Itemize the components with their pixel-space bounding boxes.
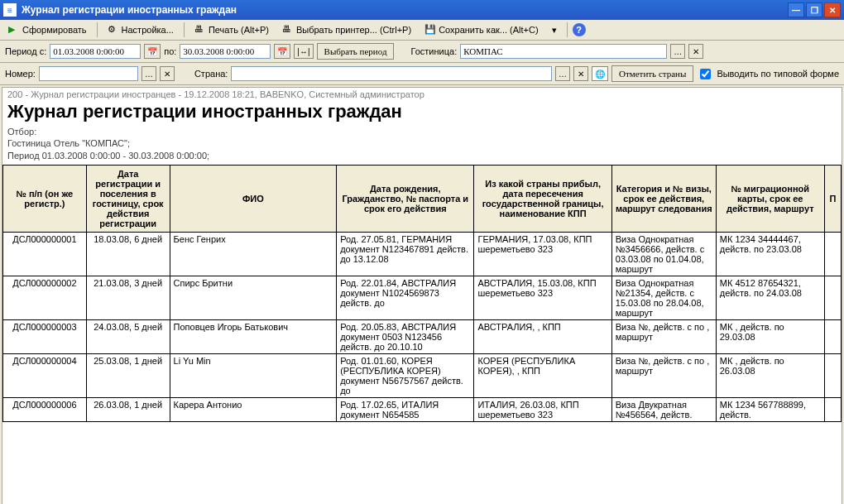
period-to-input[interactable] <box>180 44 271 59</box>
select-period-button[interactable]: Выбрать период <box>317 43 395 60</box>
cell: Род. 17.02.65, ИТАЛИЯ документ N654585 <box>337 397 474 421</box>
output-typical-checkbox[interactable] <box>700 69 711 79</box>
cell: Род. 20.05.83, АВСТРАЛИЯ документ 0503 N… <box>337 319 474 353</box>
calendar-to-button[interactable]: 📅 <box>274 44 290 59</box>
save-as-label: Сохранить как... (Alt+C) <box>439 25 538 35</box>
mark-countries-button[interactable]: Отметить страны <box>611 65 693 82</box>
col-regdate: Дата регистрации и поселения в гостиницу… <box>86 165 170 232</box>
cell: ДСЛ000000001 <box>3 232 87 276</box>
table-row[interactable]: ДСЛ00000000118.03.08, 6 днейБенс ГенрихР… <box>3 232 842 276</box>
print-label: Печать (Alt+P) <box>209 25 269 35</box>
table-row[interactable]: ДСЛ00000000221.03.08, 3 днейСпирс Бритни… <box>3 276 842 319</box>
table-row[interactable]: ДСЛ00000000425.03.08, 1 днейLi Yu MinРод… <box>3 353 842 397</box>
globe-button[interactable]: 🌐 <box>592 66 608 81</box>
generate-button[interactable]: ▶ Сформировать <box>3 22 92 38</box>
cell: ИТАЛИЯ, 26.03.08, КПП шереметьево 323 <box>474 397 611 421</box>
cell: 26.03.08, 1 дней <box>86 397 170 421</box>
number-label: Номер: <box>5 69 36 79</box>
cell: МК 1234 34444467, действ. по 23.03.08 <box>716 232 824 276</box>
cell: Спирс Бритни <box>170 276 337 319</box>
settings-button[interactable]: ⚙ Настройка... <box>103 22 179 38</box>
period-range-button[interactable]: |↔| <box>294 44 313 59</box>
cell <box>824 276 841 319</box>
play-icon: ▶ <box>8 24 20 36</box>
number-clear-button[interactable]: ✕ <box>160 66 175 81</box>
title-bar: ≡ Журнал регистрации иностранных граждан… <box>0 0 844 20</box>
number-input[interactable] <box>39 66 138 81</box>
cell <box>824 319 841 353</box>
save-as-button[interactable]: 💾 Сохранить как... (Alt+C) <box>420 22 543 38</box>
table-row[interactable]: ДСЛ00000000324.03.08, 5 днейПоповцев Иго… <box>3 319 842 353</box>
col-number: № п/п (он же регистр.) <box>3 165 87 232</box>
cell: ДСЛ000000002 <box>3 276 87 319</box>
cell: Бенс Генрих <box>170 232 337 276</box>
cell <box>824 397 841 421</box>
cell: Виза №, действ. с по , маршрут <box>611 353 716 397</box>
hotel-input[interactable] <box>460 44 667 59</box>
separator <box>184 22 185 37</box>
select-printer-label: Выбрать принтер... (Ctrl+P) <box>296 25 411 35</box>
cell: 18.03.08, 6 дней <box>86 232 170 276</box>
cell: МК , действ. по 29.03.08 <box>716 319 824 353</box>
cell: Род. 22.01.84, АВСТРАЛИЯ документ N10245… <box>337 276 474 319</box>
col-visa: Категория и № визы, срок ее действия, ма… <box>611 165 716 232</box>
country-more-button[interactable]: … <box>555 66 570 81</box>
printer-icon: 🖶 <box>194 24 206 36</box>
col-from: Из какой страны прибыл, дата пересечения… <box>474 165 611 232</box>
period-to-label: по: <box>164 46 176 56</box>
table-row[interactable]: ДСЛ00000000626.03.08, 1 днейКарера Антон… <box>3 397 842 421</box>
gear-icon: ⚙ <box>108 24 119 36</box>
country-label: Страна: <box>194 69 228 79</box>
period-from-label: Период с: <box>5 46 46 56</box>
cell: Виза Однократная №21354, действ. с 15.03… <box>611 276 716 319</box>
cell: Li Yu Min <box>170 353 337 397</box>
cell: ДСЛ000000006 <box>3 397 87 421</box>
generate-label: Сформировать <box>22 25 87 35</box>
cell: ДСЛ000000003 <box>3 319 87 353</box>
hotel-label: Гостиница: <box>410 46 457 56</box>
report-meta: 200 - Журнал регистрации иностранцев - 1… <box>2 88 842 101</box>
mark-countries-label: Отметить страны <box>619 69 686 79</box>
cell: Поповцев Игорь Батькович <box>170 319 337 353</box>
cell: КОРЕЯ (РЕСПУБЛИКА КОРЕЯ), , КПП <box>474 353 611 397</box>
cell: Род. 27.05.81, ГЕРМАНИЯ документ N123467… <box>337 232 474 276</box>
filter-line: Период 01.03.2008 0:00:00 - 30.03.2008 0… <box>7 150 837 161</box>
cell: МК , действ. по 26.03.08 <box>716 353 824 397</box>
cell <box>824 232 841 276</box>
help-icon[interactable]: ? <box>573 23 586 36</box>
cell <box>824 353 841 397</box>
cell: АВСТРАЛИЯ, , КПП <box>474 319 611 353</box>
data-table: № п/п (он же регистр.) Дата регистрации … <box>2 165 842 422</box>
cell: Виза Однократная №3456666, действ. с 03.… <box>611 232 716 276</box>
cell: МК 1234 567788899, действ. <box>716 397 824 421</box>
cell: Род. 01.01.60, КОРЕЯ (РЕСПУБЛИКА КОРЕЯ) … <box>337 353 474 397</box>
cell: ГЕРМАНИЯ, 17.03.08, КПП шереметьево 323 <box>474 232 611 276</box>
cell: 24.03.08, 5 дней <box>86 319 170 353</box>
select-printer-button[interactable]: 🖶 Выбрать принтер... (Ctrl+P) <box>277 22 416 38</box>
dropdown-button[interactable]: ▾ <box>547 22 562 38</box>
select-period-label: Выбрать период <box>324 46 387 56</box>
report-filters: Отбор: Гостиница Отель "КОМПАС"; Период … <box>2 126 842 165</box>
number-more-button[interactable]: … <box>141 66 156 81</box>
close-button[interactable]: ✕ <box>824 2 841 17</box>
cell: 25.03.08, 1 дней <box>86 353 170 397</box>
maximize-button[interactable]: ❐ <box>806 2 822 17</box>
printer-select-icon: 🖶 <box>282 24 294 36</box>
hotel-clear-button[interactable]: ✕ <box>688 44 703 59</box>
print-button[interactable]: 🖶 Печать (Alt+P) <box>189 22 274 38</box>
hotel-more-button[interactable]: … <box>670 44 685 59</box>
cell: Виза Двукратная №456564, действ. <box>611 397 716 421</box>
calendar-from-button[interactable]: 📅 <box>144 44 161 59</box>
cell: Виза №, действ. с по , маршрут <box>611 319 716 353</box>
cell: Карера Антонио <box>170 397 337 421</box>
filter-row: Номер: … ✕ Страна: … ✕ 🌐 Отметить страны… <box>0 63 844 85</box>
col-fio: ФИО <box>170 165 337 232</box>
report-title: Журнал регистрации иностранных граждан <box>2 101 842 126</box>
separator <box>97 22 98 37</box>
output-typical-label: Выводить по типовой форме <box>717 69 839 79</box>
minimize-button[interactable]: — <box>788 2 804 17</box>
period-from-input[interactable] <box>50 44 141 59</box>
country-input[interactable] <box>231 66 552 81</box>
col-migcard: № миграционной карты, срок ее действия, … <box>716 165 824 232</box>
country-clear-button[interactable]: ✕ <box>573 66 588 81</box>
